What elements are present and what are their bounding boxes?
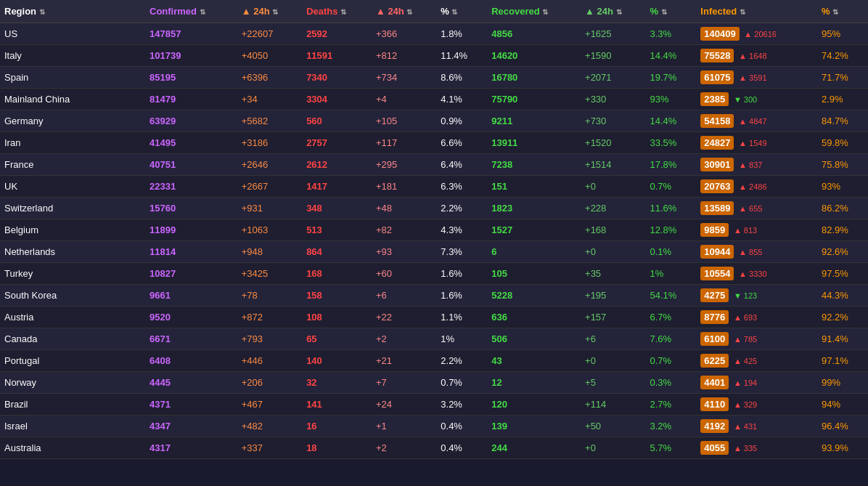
cell-deaths: 108 <box>302 307 372 328</box>
cell-inf-pct: 71.7% <box>817 67 868 89</box>
cell-deaths-pct: 1.6% <box>436 285 487 307</box>
cell-inf-pct: 92.6% <box>817 241 868 263</box>
cell-rec24h: +0 <box>581 176 645 198</box>
table-row: Israel 4347 +482 16 +1 0.4% 139 +50 3.2%… <box>0 416 868 437</box>
cell-rec-pct: 12.8% <box>645 219 696 241</box>
cell-inf-pct: 59.8% <box>817 132 868 154</box>
cell-inf-pct: 99% <box>817 372 868 394</box>
cell-conf24h: +931 <box>237 198 302 219</box>
cell-infected: 9859 ▲ 813 <box>696 219 817 241</box>
header-recovered[interactable]: Recovered ⇅ <box>487 0 581 23</box>
header-region[interactable]: Region ⇅ <box>0 0 145 23</box>
cell-inf-pct: 82.9% <box>817 219 868 241</box>
cell-deaths: 18 <box>302 437 372 459</box>
cell-infected: 10944 ▲ 855 <box>696 241 817 263</box>
cell-deaths: 2757 <box>302 132 372 154</box>
header-infected-pct[interactable]: % ⇅ <box>817 0 868 23</box>
cell-rec-pct: 33.5% <box>645 132 696 154</box>
cell-deaths: 140 <box>302 350 372 372</box>
cell-region: Germany <box>0 110 145 132</box>
cell-inf-pct: 94% <box>817 394 868 416</box>
cell-inf-pct: 92.2% <box>817 307 868 328</box>
header-confirmed[interactable]: Confirmed ⇅ <box>145 0 237 23</box>
header-deaths-24h[interactable]: ▲ 24h ⇅ <box>372 0 436 23</box>
cell-deaths24h: +295 <box>372 154 436 176</box>
cell-recovered: 9211 <box>487 110 581 132</box>
cell-confirmed: 10827 <box>145 263 237 285</box>
cell-conf24h: +337 <box>237 437 302 459</box>
cell-recovered: 5228 <box>487 285 581 307</box>
cell-infected: 10554 ▲ 3330 <box>696 263 817 285</box>
cell-deaths24h: +181 <box>372 176 436 198</box>
cell-confirmed: 4317 <box>145 437 237 459</box>
cell-rec-pct: 0.3% <box>645 372 696 394</box>
cell-deaths-pct: 0.9% <box>436 110 487 132</box>
cell-rec-pct: 19.7% <box>645 67 696 89</box>
cell-deaths24h: +24 <box>372 394 436 416</box>
cell-recovered: 14620 <box>487 45 581 67</box>
cell-infected: 6100 ▲ 785 <box>696 328 817 350</box>
cell-rec24h: +35 <box>581 263 645 285</box>
cell-deaths: 513 <box>302 219 372 241</box>
header-recovered-pct[interactable]: % ⇅ <box>645 0 696 23</box>
header-confirmed-24h[interactable]: ▲ 24h ⇅ <box>237 0 302 23</box>
sort-arrows-deathspct: ⇅ <box>451 8 457 16</box>
cell-conf24h: +34 <box>237 89 302 110</box>
cell-deaths-pct: 0.7% <box>436 372 487 394</box>
cell-deaths: 1417 <box>302 176 372 198</box>
header-deaths[interactable]: Deaths ⇅ <box>302 0 372 23</box>
cell-inf-pct: 2.9% <box>817 89 868 110</box>
cell-conf24h: +206 <box>237 372 302 394</box>
cell-confirmed: 41495 <box>145 132 237 154</box>
cell-deaths: 11591 <box>302 45 372 67</box>
table-row: Canada 6671 +793 65 +2 1% 506 +6 7.6% 61… <box>0 328 868 350</box>
cell-region: Belgium <box>0 219 145 241</box>
cell-region: Iran <box>0 132 145 154</box>
cell-rec24h: +1520 <box>581 132 645 154</box>
header-infected[interactable]: Infected ⇅ <box>696 0 817 23</box>
table-row: Turkey 10827 +3425 168 +60 1.6% 105 +35 … <box>0 263 868 285</box>
cell-recovered: 151 <box>487 176 581 198</box>
cell-deaths24h: +105 <box>372 110 436 132</box>
table-row: Belgium 11899 +1063 513 +82 4.3% 1527 +1… <box>0 219 868 241</box>
header-deaths-pct[interactable]: % ⇅ <box>436 0 487 23</box>
cell-conf24h: +2646 <box>237 154 302 176</box>
cell-rec-pct: 14.4% <box>645 110 696 132</box>
cell-rec24h: +228 <box>581 198 645 219</box>
cell-deaths24h: +2 <box>372 328 436 350</box>
cell-confirmed: 101739 <box>145 45 237 67</box>
cell-rec24h: +330 <box>581 89 645 110</box>
cell-deaths: 168 <box>302 263 372 285</box>
cell-inf-pct: 97.1% <box>817 350 868 372</box>
cell-rec24h: +1625 <box>581 23 645 45</box>
cell-recovered: 244 <box>487 437 581 459</box>
cell-deaths24h: +812 <box>372 45 436 67</box>
cell-inf-pct: 84.7% <box>817 110 868 132</box>
cell-deaths-pct: 1.8% <box>436 23 487 45</box>
cell-confirmed: 15760 <box>145 198 237 219</box>
cell-recovered: 139 <box>487 416 581 437</box>
header-recovered-24h[interactable]: ▲ 24h ⇅ <box>581 0 645 23</box>
cell-infected: 4110 ▲ 329 <box>696 394 817 416</box>
cell-region: Brazil <box>0 394 145 416</box>
cell-region: South Korea <box>0 285 145 307</box>
cell-inf-pct: 93% <box>817 176 868 198</box>
cell-rec24h: +2071 <box>581 67 645 89</box>
cell-rec-pct: 3.2% <box>645 416 696 437</box>
cell-conf24h: +5682 <box>237 110 302 132</box>
cell-region: US <box>0 23 145 45</box>
cell-deaths24h: +117 <box>372 132 436 154</box>
covid-table-container: Region ⇅ Confirmed ⇅ ▲ 24h ⇅ Deaths ⇅ ▲ … <box>0 0 868 459</box>
cell-region: Switzerland <box>0 198 145 219</box>
table-row: UK 22331 +2667 1417 +181 6.3% 151 +0 0.7… <box>0 176 868 198</box>
cell-infected: 13589 ▲ 655 <box>696 198 817 219</box>
cell-deaths-pct: 4.1% <box>436 89 487 110</box>
cell-recovered: 7238 <box>487 154 581 176</box>
cell-conf24h: +78 <box>237 285 302 307</box>
cell-conf24h: +1063 <box>237 219 302 241</box>
cell-deaths-pct: 1% <box>436 328 487 350</box>
cell-deaths-pct: 0.4% <box>436 416 487 437</box>
cell-conf24h: +6396 <box>237 67 302 89</box>
cell-rec-pct: 11.6% <box>645 198 696 219</box>
cell-rec24h: +5 <box>581 372 645 394</box>
